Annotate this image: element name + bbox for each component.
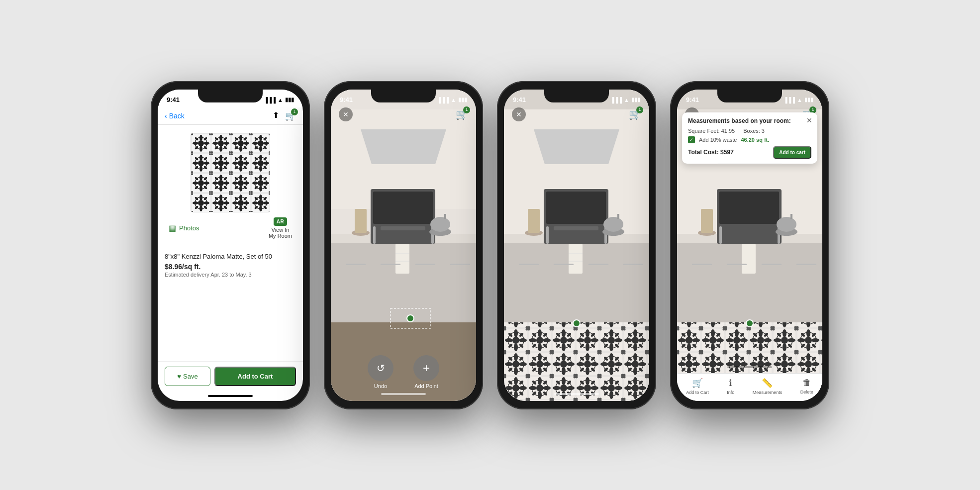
product-image-area: ▦ Photos AR View InMy Room bbox=[158, 125, 303, 249]
svg-rect-40 bbox=[444, 214, 446, 219]
svg-rect-73 bbox=[554, 264, 574, 265]
wifi-icon: ▲ bbox=[278, 97, 283, 103]
add-point-label: Add Point bbox=[414, 383, 438, 389]
svg-rect-25 bbox=[381, 226, 425, 230]
tile-image bbox=[191, 133, 270, 212]
total-cost: Total Cost: $597 bbox=[688, 149, 734, 156]
cart-badge-3: 1 bbox=[636, 106, 643, 113]
svg-rect-117 bbox=[777, 217, 796, 232]
ar-screen-3: 9:41 ▐▐▐▲▮▮▮ bbox=[504, 90, 649, 401]
svg-rect-67 bbox=[546, 226, 549, 244]
svg-rect-109 bbox=[692, 264, 712, 265]
svg-rect-28 bbox=[395, 244, 409, 274]
battery-icon: ▮▮▮ bbox=[285, 97, 294, 103]
bottom-info[interactable]: ℹ Info bbox=[727, 378, 734, 395]
status-time-4: 9:41 bbox=[686, 96, 699, 103]
home-indicator-3 bbox=[554, 393, 599, 395]
bottom-measure-label: Measurements bbox=[753, 390, 783, 395]
view-options: ▦ Photos AR View InMy Room bbox=[166, 212, 295, 241]
phone-1: 9:41 ▐▐▐ ▲ ▮▮▮ ‹ Back ⬆ 🛒 bbox=[151, 81, 310, 409]
ar-controls: ↺ Undo + Add Point bbox=[331, 355, 476, 389]
svg-rect-75 bbox=[623, 264, 643, 265]
cart-icon[interactable]: 🛒 1 bbox=[285, 110, 296, 121]
svg-point-42 bbox=[407, 315, 414, 322]
bottom-delete-icon: 🗑 bbox=[802, 378, 811, 388]
product-price: $8.96/sq ft. bbox=[165, 263, 296, 271]
bottom-add-to-cart[interactable]: 🛒 Add to Cart bbox=[686, 378, 709, 395]
bottom-cart-icon: 🛒 bbox=[692, 378, 703, 389]
product-info: 8"x8" Kenzzi Paloma Matte, Set of 50 $8.… bbox=[158, 249, 303, 361]
grid-icon: ▦ bbox=[169, 223, 176, 233]
ar-badge: AR bbox=[274, 217, 287, 226]
svg-point-82 bbox=[573, 320, 580, 327]
nav-bar-1: ‹ Back ⬆ 🛒 1 bbox=[158, 107, 303, 125]
bottom-measurements[interactable]: 📏 Measurements bbox=[753, 378, 783, 395]
back-button[interactable]: ‹ Back bbox=[165, 112, 185, 120]
svg-rect-111 bbox=[762, 264, 782, 265]
status-time-3: 9:41 bbox=[513, 96, 526, 103]
save-button[interactable]: ♥ Save bbox=[165, 367, 210, 386]
svg-rect-34 bbox=[450, 264, 470, 265]
svg-rect-39 bbox=[430, 217, 450, 232]
total-row: Total Cost: $597 Add to cart bbox=[688, 146, 811, 159]
svg-point-119 bbox=[746, 320, 753, 327]
cart-container-2[interactable]: 🛒 1 bbox=[456, 108, 468, 120]
notch-4 bbox=[717, 90, 782, 102]
bottom-delete[interactable]: 🗑 Delete bbox=[800, 378, 813, 394]
chevron-left-icon: ‹ bbox=[165, 112, 167, 120]
add-point-button[interactable]: + Add Point bbox=[413, 355, 439, 389]
kitchen-bg-2 bbox=[331, 90, 476, 401]
save-label: Save bbox=[183, 373, 198, 380]
phone-2: 9:41 ▐▐▐▲▮▮▮ bbox=[324, 81, 483, 409]
waste-checkbox[interactable]: ✓ bbox=[688, 136, 695, 143]
svg-rect-32 bbox=[381, 264, 400, 265]
ar-view-button[interactable]: AR View InMy Room bbox=[269, 217, 292, 239]
svg-rect-105 bbox=[719, 192, 779, 224]
svg-rect-63 bbox=[504, 322, 649, 401]
phone-3: 9:41 ▐▐▐▲▮▮▮ bbox=[497, 81, 656, 409]
svg-marker-35 bbox=[361, 129, 446, 164]
svg-rect-110 bbox=[727, 264, 747, 265]
close-button-2[interactable]: ✕ bbox=[339, 107, 353, 121]
photos-button[interactable]: ▦ Photos bbox=[169, 223, 199, 233]
bottom-delete-label: Delete bbox=[800, 390, 813, 394]
bottom-measure-icon: 📏 bbox=[762, 378, 773, 389]
add-to-cart-button[interactable]: Add to Cart bbox=[214, 367, 296, 386]
panel-close-button[interactable]: ✕ bbox=[806, 116, 812, 124]
svg-rect-118 bbox=[790, 214, 792, 219]
notch-2 bbox=[371, 90, 436, 102]
status-icons-2: ▐▐▐▲▮▮▮ bbox=[437, 97, 467, 103]
ar-label: View InMy Room bbox=[269, 227, 292, 239]
photos-label: Photos bbox=[179, 224, 199, 232]
svg-rect-81 bbox=[617, 214, 619, 219]
bottom-cart-label: Add to Cart bbox=[686, 390, 709, 395]
measurements-panel: ✕ Measurements based on your room: Squar… bbox=[682, 112, 817, 164]
home-indicator-4 bbox=[727, 366, 772, 368]
svg-rect-72 bbox=[519, 264, 539, 265]
svg-rect-66 bbox=[554, 226, 598, 230]
close-button-3[interactable]: ✕ bbox=[512, 107, 526, 121]
back-label: Back bbox=[169, 112, 185, 120]
svg-rect-108 bbox=[742, 244, 756, 274]
boxes: Boxes: 3 bbox=[743, 128, 765, 134]
heart-icon: ♥ bbox=[177, 373, 181, 380]
delivery-info: Estimated delivery Apr. 23 to May. 3 bbox=[165, 272, 296, 278]
status-time-1: 9:41 bbox=[167, 96, 180, 103]
waste-value: 46.20 sq ft. bbox=[741, 137, 769, 143]
svg-rect-80 bbox=[603, 217, 623, 232]
notch-3 bbox=[544, 90, 609, 102]
svg-rect-112 bbox=[796, 264, 816, 265]
add-to-cart-panel-button[interactable]: Add to cart bbox=[773, 146, 811, 159]
ar-bottom-bar: 🛒 Add to Cart ℹ Info 📏 Measurements 🗑 De… bbox=[677, 373, 822, 401]
add-to-cart-panel-label: Add to cart bbox=[779, 150, 805, 155]
scene: 9:41 ▐▐▐ ▲ ▮▮▮ ‹ Back ⬆ 🛒 bbox=[0, 0, 980, 490]
signal-icon: ▐▐▐ bbox=[264, 97, 276, 103]
undo-button[interactable]: ↺ Undo bbox=[368, 355, 393, 389]
status-icons-4: ▐▐▐▲▮▮▮ bbox=[784, 97, 813, 103]
cart-badge-2: 1 bbox=[463, 106, 470, 113]
waste-row: ✓ Add 10% waste 46.20 sq ft. bbox=[688, 136, 811, 143]
share-icon[interactable]: ⬆ bbox=[273, 110, 279, 121]
ar-top-bar-3: ✕ 🛒 1 bbox=[504, 107, 649, 121]
sq-feet: Square Feet: 41.95 bbox=[688, 128, 735, 134]
cart-container-3[interactable]: 🛒 1 bbox=[629, 108, 641, 120]
